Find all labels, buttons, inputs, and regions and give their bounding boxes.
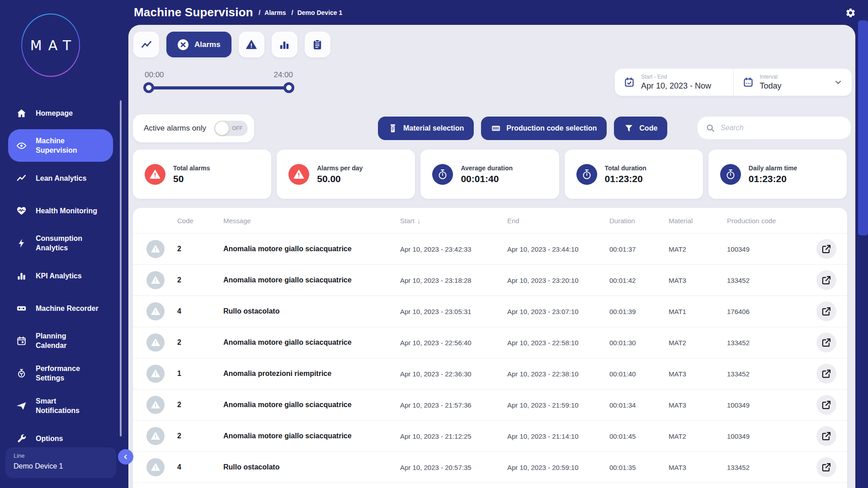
settings-button[interactable] (845, 7, 856, 18)
fbtn-code[interactable]: Code (614, 117, 667, 140)
cell-message: Anomalia motore giallo sciacquatrice (223, 276, 400, 284)
start-end-picker[interactable]: Start - End Apr 10, 2023 - Now (615, 69, 733, 96)
sidebar-nav: Homepage Machine Supervision Lean Analyt… (0, 97, 128, 455)
search-icon (706, 123, 715, 133)
cell-duration: 00:01:37 (609, 245, 669, 253)
open-alarm-detail-button[interactable] (816, 270, 836, 290)
clipboard-icon (311, 39, 323, 51)
sidebar-collapse-button[interactable] (118, 449, 133, 465)
trend-icon (16, 173, 27, 183)
nav-item-performance-settings[interactable]: Performance Settings (0, 357, 128, 389)
open-alarm-detail-button[interactable] (816, 333, 836, 352)
table-body: 2 Anomalia motore giallo sciacquatrice A… (133, 234, 847, 483)
calendar-check-icon (624, 77, 635, 88)
open-alarm-detail-button[interactable] (816, 239, 836, 259)
sidebar-scrollbar[interactable] (120, 100, 122, 436)
nav-item-health-monitoring[interactable]: Health Monitoring (0, 194, 128, 227)
search-input[interactable] (721, 124, 843, 132)
warning-icon (151, 306, 160, 316)
cell-code: 2 (177, 276, 223, 284)
cell-end: Apr 10, 2023 - 23:44:10 (507, 245, 609, 253)
cell-duration: 00:01:35 (609, 464, 669, 471)
nav-item-consumption-analytics[interactable]: Consumption Analytics (0, 227, 128, 259)
slider-handle-start[interactable] (143, 82, 154, 93)
breadcrumb-separator: / (259, 9, 260, 16)
stopwatch-stat-icon (725, 169, 736, 180)
column-header[interactable]: Code (177, 217, 223, 225)
page-title: Machine Supervision (134, 5, 253, 19)
nav-item-planning-calendar[interactable]: Planning Calendar (0, 324, 128, 357)
cell-production-code: 176406 (727, 308, 804, 315)
tab-warning-triangle-icon[interactable] (239, 32, 264, 57)
start-end-label: Start - End (641, 74, 711, 80)
nav-item-homepage[interactable]: Homepage (0, 97, 128, 129)
line-label: Line (14, 452, 108, 459)
breadcrumb-alarms[interactable]: Alarms (264, 9, 286, 16)
warning-icon (151, 462, 160, 472)
nav-item-machine-recorder[interactable]: Machine Recorder (0, 292, 128, 324)
cell-end: Apr 10, 2023 - 23:07:10 (507, 308, 609, 315)
open-alarm-detail-button[interactable] (816, 364, 836, 384)
open-alarm-detail-button[interactable] (816, 395, 836, 415)
tab-clipboard-icon[interactable] (305, 32, 330, 57)
interval-picker[interactable]: Interval Today (733, 69, 852, 96)
slider-handle-end[interactable] (283, 82, 294, 93)
slider-track[interactable] (145, 86, 293, 89)
open-alarm-detail-button[interactable] (816, 426, 836, 446)
cell-start: Apr 10, 2023 - 21:12:25 (400, 432, 507, 440)
column-header[interactable]: Duration (609, 217, 669, 225)
toggle-state: OFF (232, 125, 243, 131)
column-header[interactable]: Start ↓ (400, 217, 507, 225)
cell-message: Rullo ostacolato (223, 307, 400, 315)
tab-line-chart-icon[interactable] (133, 32, 159, 57)
stat-card-daily-alarm-time: Daily alarm time 01:23:20 (708, 150, 847, 199)
column-header[interactable]: Production code (727, 217, 804, 225)
cell-code: 4 (177, 307, 223, 315)
cell-message: Anomalia motore giallo sciacquatrice (223, 338, 400, 347)
tab-alarms[interactable]: Alarms (166, 32, 231, 57)
device-name: Demo Device 1 (14, 462, 108, 470)
stopwatch-stat-icon (437, 169, 448, 180)
cell-production-code: 100349 (727, 401, 804, 409)
cell-duration: 00:01:42 (609, 277, 669, 284)
external-link-icon (821, 338, 831, 347)
fbtn-production-code-selection[interactable]: Production code selection (481, 117, 607, 140)
alarm-row-badge (146, 271, 165, 289)
active-alarms-toggle[interactable]: OFF (214, 121, 248, 136)
cell-code: 2 (177, 245, 223, 253)
open-alarm-detail-button[interactable] (816, 301, 836, 321)
line-device-selector[interactable]: Line Demo Device 1 (5, 447, 116, 478)
cell-code: 4 (177, 463, 223, 471)
cell-production-code: 133452 (727, 339, 804, 347)
cell-code: 2 (177, 432, 223, 440)
page-scrollbar-thumb[interactable] (858, 20, 868, 235)
column-header[interactable]: End (507, 217, 609, 225)
column-header[interactable]: Material (669, 217, 727, 225)
tab-bar-chart-icon[interactable] (272, 32, 297, 57)
cell-duration: 00:01:45 (609, 432, 669, 440)
open-alarm-detail-button[interactable] (816, 457, 836, 477)
nav-item-machine-supervision[interactable]: Machine Supervision (8, 129, 113, 162)
fbtn-material-selection[interactable]: Material selection (378, 117, 474, 140)
cell-material: MAT1 (669, 308, 727, 315)
nav-item-smart-notifications[interactable]: Smart Notifications (0, 389, 128, 422)
calendar-icon (16, 336, 27, 346)
nav-item-lean-analytics[interactable]: Lean Analytics (0, 162, 128, 194)
nav-item-kpi-analytics[interactable]: KPI Analytics (0, 259, 128, 292)
gear-icon (845, 8, 856, 18)
cell-duration: 00:01:39 (609, 308, 669, 315)
breadcrumb: Machine Supervision / Alarms / Demo Devi… (134, 0, 342, 25)
cell-material: MAT3 (669, 370, 727, 378)
cell-message: Anomalia protezioni riempitrice (223, 370, 400, 378)
column-header[interactable]: Message (223, 217, 400, 225)
cell-material: MAT2 (669, 339, 727, 347)
cell-duration: 00:01:40 (609, 370, 669, 378)
material-icon (388, 123, 398, 133)
sidebar: MAT Homepage Machine Supervision Lean An… (0, 0, 128, 488)
alarm-row-badge (146, 302, 165, 320)
external-link-icon (821, 431, 831, 441)
warning-icon (151, 400, 160, 410)
send-icon (16, 401, 27, 411)
breadcrumb-device[interactable]: Demo Device 1 (297, 9, 343, 16)
cell-production-code: 133452 (727, 370, 804, 378)
